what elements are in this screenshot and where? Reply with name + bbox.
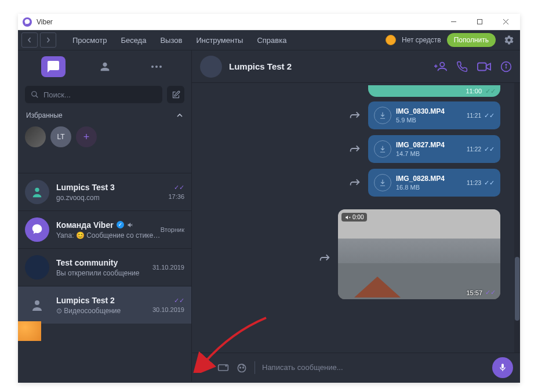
chat-item-selected[interactable]: Lumpics Test 2 ⊙ Видеосообщение ✓✓ 30.10… (18, 286, 191, 324)
read-status-icon: ✓✓ (174, 297, 184, 304)
search-input[interactable]: Поиск... (25, 86, 162, 103)
add-participant-button[interactable] (434, 60, 447, 73)
favorites-row: LT + (18, 123, 191, 153)
balance-text: Нет средств (402, 36, 441, 44)
file-size: 16.8 MB (396, 184, 445, 191)
menu-view[interactable]: Просмотр (72, 36, 107, 45)
avatar (25, 180, 49, 204)
app-window: Viber Просмотр Беседа Вызов Инструменты … (18, 14, 520, 383)
scrollbar-thumb[interactable] (515, 257, 519, 321)
read-status-icon: ✓✓ (485, 88, 496, 95)
file-name: IMG_0828.MP4 (396, 175, 445, 183)
favorite-avatar[interactable] (25, 126, 46, 147)
chat-header-avatar[interactable] (200, 56, 222, 78)
divider (255, 361, 255, 374)
svg-point-7 (32, 92, 37, 96)
svg-point-18 (506, 64, 507, 65)
menu-call[interactable]: Вызов (160, 36, 182, 45)
video-message[interactable]: 0:00 15:57 ✓✓ (338, 209, 500, 299)
menubar: Просмотр Беседа Вызов Инструменты Справк… (18, 30, 520, 50)
chat-header-actions (434, 60, 512, 73)
nav-back-button[interactable] (21, 32, 38, 48)
menu-items: Просмотр Беседа Вызов Инструменты Справк… (72, 36, 286, 45)
download-icon[interactable] (374, 107, 391, 124)
favorites-label: Избранные (26, 111, 63, 119)
chat-sub: ⊙ Видеосообщение (56, 307, 152, 315)
voice-call-button[interactable] (456, 61, 468, 72)
muted-icon (127, 222, 134, 228)
gif-button[interactable] (217, 362, 229, 373)
chat-sub: Вы открепили сообщение (56, 269, 152, 277)
body: Поиск... Избранные LT + (18, 50, 520, 382)
favorite-avatar[interactable]: LT (50, 126, 71, 147)
chat-header-title: Lumpics Test 2 (229, 61, 292, 71)
chat-time: 30.10.2019 (152, 306, 184, 313)
minimize-button[interactable] (441, 14, 467, 30)
tab-chats[interactable] (41, 56, 66, 77)
favorite-add-button[interactable]: + (76, 126, 97, 147)
read-status-icon: ✓✓ (484, 112, 495, 119)
maximize-button[interactable] (467, 14, 493, 30)
download-icon[interactable] (374, 174, 391, 191)
attach-button[interactable] (199, 362, 210, 373)
messages[interactable]: 11:00 ✓✓ IMG_0830.MP4 5.9 MB 11:21✓✓ (192, 83, 520, 353)
menu-tools[interactable]: Инструменты (196, 36, 243, 45)
svg-rect-1 (478, 20, 482, 24)
close-button[interactable] (493, 14, 519, 30)
chat-title: Lumpics Test 2 (56, 296, 115, 305)
favorites-toggle[interactable]: Избранные (18, 108, 191, 123)
nav-forward-button[interactable] (40, 32, 56, 48)
file-message[interactable]: IMG_0827.MP4 14.7 MB 11:22✓✓ (368, 135, 500, 163)
settings-button[interactable] (504, 35, 514, 45)
titlebar: Viber (18, 14, 520, 30)
file-message[interactable]: IMG_0830.MP4 5.9 MB 11:21✓✓ (368, 101, 500, 129)
read-status-icon: ✓✓ (485, 289, 496, 296)
svg-point-27 (243, 367, 244, 368)
video-call-button[interactable] (477, 61, 491, 72)
read-status-icon: ✓✓ (484, 179, 495, 187)
compose-button[interactable] (167, 86, 184, 103)
avatar (25, 255, 49, 280)
forward-icon[interactable] (348, 176, 361, 188)
forward-icon[interactable] (348, 108, 361, 121)
mic-button[interactable] (492, 357, 513, 378)
balance-icon (386, 35, 396, 45)
forward-icon[interactable] (318, 251, 331, 264)
video-time: 15:57 ✓✓ (466, 289, 496, 296)
tab-more[interactable] (144, 56, 169, 77)
chat-time: 31.10.2019 (152, 264, 184, 271)
sidebar-tabs (18, 50, 191, 83)
chat-time: 17:36 (168, 193, 184, 200)
chat-header: Lumpics Test 2 (192, 50, 520, 83)
sidebar: Поиск... Избранные LT + (18, 50, 192, 382)
file-size: 14.7 MB (396, 150, 445, 157)
message-input[interactable]: Написать сообщение... (262, 363, 485, 372)
chat-item[interactable]: Test community Вы открепили сообщение 31… (18, 248, 191, 286)
sticker-button[interactable] (236, 362, 248, 373)
forward-icon[interactable] (348, 142, 361, 155)
svg-point-5 (155, 66, 158, 68)
menu-chat[interactable]: Беседа (121, 36, 146, 45)
avatar-fragment (18, 321, 41, 341)
chat-list: Lumpics Test 3 go.zvooq.com ✓✓ 17:36 Ко (18, 153, 191, 382)
chat-sub: Yana: 😊 Сообщение со стикером (56, 231, 161, 239)
svg-point-9 (35, 188, 39, 192)
chat-info-button[interactable] (500, 61, 512, 72)
topup-button[interactable]: Пополнить (447, 33, 496, 47)
chat-item[interactable]: Lumpics Test 3 go.zvooq.com ✓✓ 17:36 (18, 173, 191, 210)
menu-help[interactable]: Справка (257, 36, 286, 45)
search-row: Поиск... (18, 83, 191, 108)
svg-point-24 (226, 365, 227, 366)
menubar-right: Нет средств Пополнить (386, 33, 514, 47)
download-icon[interactable] (374, 140, 391, 158)
chat-item[interactable]: Команда Viber ✓ Yana: 😊 Сообщение со сти… (18, 210, 191, 248)
file-name: IMG_0830.MP4 (396, 107, 445, 115)
file-message[interactable]: IMG_0828.MP4 16.8 MB 11:23✓✓ (368, 169, 500, 197)
svg-point-4 (151, 66, 154, 68)
read-status-icon: ✓✓ (484, 146, 495, 153)
tab-contacts[interactable] (93, 56, 117, 77)
svg-point-11 (440, 62, 444, 66)
composer: Написать сообщение... (192, 353, 520, 382)
scrollbar[interactable] (514, 83, 520, 353)
video-mute-badge[interactable]: 0:00 (341, 213, 367, 222)
